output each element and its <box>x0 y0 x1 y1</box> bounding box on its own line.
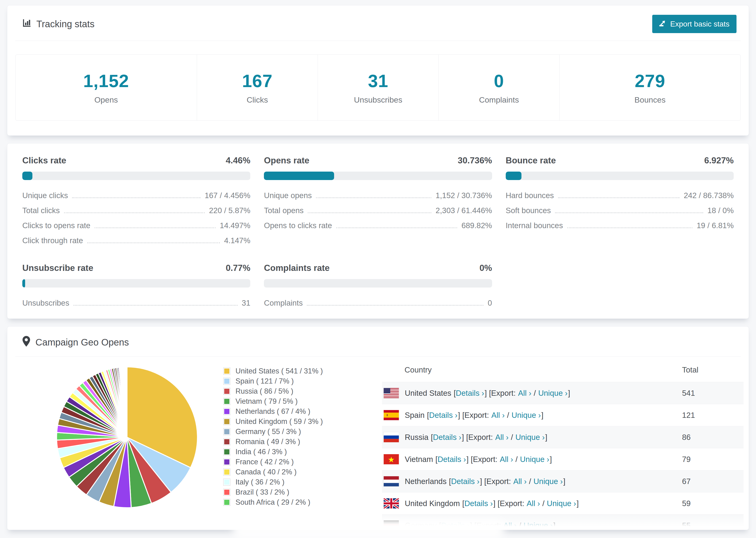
clicks-rate-value: 4.46% <box>226 156 250 166</box>
clicks-rate-bar <box>22 172 250 180</box>
bar-chart-icon <box>22 19 36 29</box>
rate-row: Click through rate4.147% <box>22 233 250 248</box>
legend-item: India ( 46 / 3% ) <box>223 448 354 456</box>
stat-unsubscribes: 31 Unsubscribes <box>318 55 439 120</box>
legend-swatch <box>223 368 230 375</box>
legend-swatch <box>223 448 230 456</box>
geo-legend: United States ( 541 / 31% ) Spain ( 121 … <box>223 367 354 508</box>
legend-item: Vietnam ( 79 / 5% ) <box>223 397 354 405</box>
export-all-link[interactable]: All › <box>518 389 531 398</box>
legend-swatch <box>223 499 230 506</box>
rate-row: Unique clicks167 / 4.456% <box>22 188 250 203</box>
legend-item: United States ( 541 / 31% ) <box>223 367 354 375</box>
tracking-stats-card: Tracking stats Export basic stats 1,152 … <box>7 5 749 136</box>
details-link[interactable]: Details › <box>429 411 458 420</box>
rate-row: Complaints0 <box>264 296 492 310</box>
legend-swatch <box>223 408 230 415</box>
legend-swatch <box>223 489 230 496</box>
bounce-rate-value: 6.927% <box>704 156 734 166</box>
legend-item: Netherlands ( 67 / 4% ) <box>223 407 354 416</box>
table-row: Russia [Details ›] [Export: All › / Uniq… <box>382 426 743 448</box>
details-link[interactable]: Details › <box>451 477 479 486</box>
details-link[interactable]: Details › <box>433 433 461 442</box>
export-unique-link[interactable]: Unique › <box>547 499 576 508</box>
gb-flag-icon <box>383 498 399 509</box>
geo-opens-card: Campaign Geo Opens United States ( 541 /… <box>7 326 749 530</box>
export-unique-link[interactable]: Unique › <box>520 455 549 464</box>
opens-rate-title: Opens rate <box>264 156 309 166</box>
details-link[interactable]: Details › <box>441 521 469 530</box>
rate-row: Internal bounces19 / 6.81% <box>506 218 734 233</box>
legend-item: Germany ( 55 / 3% ) <box>223 427 354 436</box>
details-link[interactable]: Details › <box>438 455 466 464</box>
country-total: 86 <box>682 426 743 448</box>
rates-row-1: Clicks rate 4.46% Unique clicks167 / 4.4… <box>22 156 734 248</box>
export-unique-link[interactable]: Unique › <box>515 433 545 442</box>
rate-row: Unsubscribes31 <box>22 296 250 310</box>
tracking-stats-header: Tracking stats Export basic stats <box>15 5 741 41</box>
country-name: Vietnam <box>405 455 433 464</box>
clicks-rate-title: Clicks rate <box>22 156 66 166</box>
legend-item: Brazil ( 33 / 2% ) <box>223 488 354 497</box>
complaints-rate-bar <box>264 279 492 288</box>
export-unique-link[interactable]: Unique › <box>538 389 567 398</box>
clicks-rate-panel: Clicks rate 4.46% Unique clicks167 / 4.4… <box>22 156 250 248</box>
stat-opens-label: Opens <box>94 95 118 104</box>
tracking-stats-title: Tracking stats <box>22 19 94 29</box>
geo-opens-title: Campaign Geo Opens <box>22 336 129 349</box>
legend-item: Romania ( 49 / 3% ) <box>223 438 354 446</box>
opens-rate-value: 30.736% <box>458 156 492 166</box>
stat-opens-value: 1,152 <box>83 71 129 91</box>
export-unique-link[interactable]: Unique › <box>523 521 553 530</box>
details-link[interactable]: Details › <box>456 389 484 398</box>
rates-card: Clicks rate 4.46% Unique clicks167 / 4.4… <box>7 143 749 319</box>
export-all-link[interactable]: All › <box>513 477 527 486</box>
complaints-rate-value: 0% <box>479 263 492 273</box>
nl-flag-icon <box>383 476 399 487</box>
unsubscribe-rate-title: Unsubscribe rate <box>22 263 93 273</box>
stat-complaints: 0 Complaints <box>438 55 559 120</box>
legend-item: Spain ( 121 / 7% ) <box>223 377 354 385</box>
rate-row: Total clicks220 / 5.87% <box>22 203 250 218</box>
export-all-link[interactable]: All › <box>527 499 540 508</box>
export-all-link[interactable]: All › <box>491 411 505 420</box>
legend-item: South Africa ( 29 / 2% ) <box>223 498 354 507</box>
export-all-link[interactable]: All › <box>500 455 513 464</box>
legend-item: United Kingdom ( 59 / 3% ) <box>223 417 354 426</box>
legend-swatch <box>223 418 230 425</box>
rates-row-2: Unsubscribe rate 0.77% Unsubscribes31 Co… <box>22 263 734 310</box>
export-all-link[interactable]: All › <box>495 433 509 442</box>
stat-complaints-label: Complaints <box>479 95 519 104</box>
opens-rate-panel: Opens rate 30.736% Unique opens1,152 / 3… <box>264 156 492 248</box>
ru-flag-icon <box>383 432 399 443</box>
geo-table-header-row: Country Total <box>382 359 743 382</box>
details-link[interactable]: Details › <box>464 499 493 508</box>
rate-row: Total opens2,303 / 61.446% <box>264 203 492 218</box>
country-name: Germany <box>405 521 437 530</box>
country-name: United Kingdom <box>405 499 460 508</box>
export-all-link[interactable]: All › <box>503 521 517 530</box>
summary-stats-row: 1,152 Opens 167 Clicks 31 Unsubscribes 0… <box>15 54 741 121</box>
complaints-rate-panel: Complaints rate 0% Complaints0 <box>264 263 492 310</box>
table-row: United Kingdom [Details ›] [Export: All … <box>382 493 743 514</box>
rates-body: Clicks rate 4.46% Unique clicks167 / 4.4… <box>7 143 749 310</box>
table-row: Germany [Details ›] [Export: All › / Uni… <box>382 514 743 530</box>
rate-row: Hard bounces242 / 86.738% <box>506 188 734 203</box>
legend-swatch <box>223 468 230 476</box>
complaints-rate-title: Complaints rate <box>264 263 330 273</box>
export-unique-link[interactable]: Unique › <box>512 411 541 420</box>
geo-opens-header: Campaign Geo Opens <box>15 327 741 356</box>
rate-row: Unique opens1,152 / 30.736% <box>264 188 492 203</box>
country-total: 67 <box>682 470 743 493</box>
legend-item: France ( 42 / 2% ) <box>223 458 354 466</box>
stat-bounces: 279 Bounces <box>559 55 740 120</box>
vn-flag-icon <box>383 454 399 464</box>
export-basic-stats-button[interactable]: Export basic stats <box>652 15 736 33</box>
rate-row: Clicks to opens rate14.497% <box>22 218 250 233</box>
bounce-rate-panel: Bounce rate 6.927% Hard bounces242 / 86.… <box>506 156 734 248</box>
export-unique-link[interactable]: Unique › <box>533 477 563 486</box>
stat-bounces-value: 279 <box>635 71 665 91</box>
geo-table: Country Total United States [Details ›] … <box>382 359 743 530</box>
legend-item: Canada ( 40 / 2% ) <box>223 468 354 476</box>
rate-row: Opens to clicks rate689.82% <box>264 218 492 233</box>
